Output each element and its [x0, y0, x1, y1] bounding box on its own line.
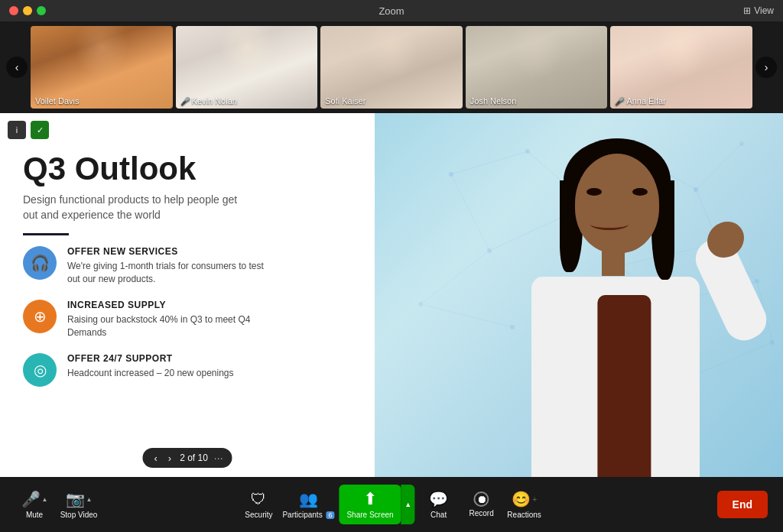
- view-button[interactable]: ⊞ View: [743, 5, 774, 16]
- participant-thumb-2[interactable]: 🎤 Kevin Nolan: [176, 26, 318, 109]
- share-screen-button[interactable]: ⬆ Share Screen: [339, 485, 401, 524]
- slide-item-text-2: INCREASED SUPPLY Raising our backstock 4…: [67, 300, 266, 339]
- end-button[interactable]: End: [717, 491, 768, 518]
- mute-label: Mute: [26, 511, 43, 519]
- layers-icon: ⊕: [34, 307, 47, 326]
- record-label: Record: [469, 509, 493, 517]
- slide-toolbar: i ✓: [8, 121, 49, 139]
- info-icon: i: [16, 125, 18, 135]
- record-button[interactable]: ⏺ Record: [463, 491, 501, 517]
- slide-item-2: ⊕ INCREASED SUPPLY Raising our backstock…: [23, 300, 352, 339]
- record-icon: ⏺: [474, 491, 489, 507]
- slide-item-text-3: OFFER 24/7 SUPPORT Headcount increased –…: [67, 353, 234, 380]
- slide-title: Q3 Outlook: [23, 151, 352, 187]
- stop-video-label: Stop Video: [60, 511, 98, 519]
- window-controls: [9, 6, 46, 15]
- participant-thumb-4[interactable]: Josh Nelson: [466, 26, 608, 109]
- slide-item-icon-2: ⊕: [23, 300, 57, 333]
- slide-area: i ✓ Q3 Outlook Design functional product…: [0, 113, 375, 477]
- share-icon: ⬆: [363, 489, 377, 508]
- slide-item-icon-1: 🎧: [23, 246, 57, 280]
- slide-item-text-1: OFFER NEW SERVICES We're giving 1-month …: [67, 246, 266, 286]
- chevron-up-icon: ▲: [404, 501, 411, 508]
- slide-item-desc-3: Headcount increased – 20 new openings: [67, 367, 234, 380]
- slide-item-title-2: INCREASED SUPPLY: [67, 300, 266, 310]
- slide-item-3: ◎ OFFER 24/7 SUPPORT Headcount increased…: [23, 353, 352, 387]
- mute-button[interactable]: 🎤 ▲ Mute: [15, 490, 54, 519]
- strip-next-button[interactable]: ›: [755, 57, 777, 78]
- participants-count: 6: [326, 511, 334, 519]
- video-caret[interactable]: ▲: [86, 496, 93, 503]
- main-content: i ✓ Q3 Outlook Design functional product…: [0, 113, 783, 477]
- slide-item-desc-2: Raising our backstock 40% in Q3 to meet …: [67, 313, 266, 339]
- grid-icon: ⊞: [743, 5, 751, 16]
- titlebar: Zoom ⊞ View: [0, 0, 783, 21]
- strip-prev-button[interactable]: ‹: [6, 57, 28, 78]
- toolbar: 🎤 ▲ Mute 📷 ▲ Stop Video 🛡 Security 👥: [0, 477, 783, 532]
- chat-label: Chat: [430, 511, 447, 519]
- slide-item-title-3: OFFER 24/7 SUPPORT: [67, 353, 234, 364]
- participants-strip: ‹ Voilet Davis 🎤 Kevin Nolan Sofi Kaiser…: [0, 21, 783, 113]
- participant-name-5: 🎤 Anna Elfar: [615, 96, 665, 105]
- camera-icon: 📷: [66, 490, 85, 508]
- participant-name-3: Sofi Kaiser: [325, 96, 366, 105]
- stop-video-button[interactable]: 📷 ▲ Stop Video: [60, 490, 98, 519]
- reactions-label: Reactions: [507, 511, 541, 519]
- slide-subtitle: Design functional products to help peopl…: [23, 193, 252, 222]
- check-icon: ✓: [37, 125, 44, 135]
- people-icon: 👥: [299, 490, 318, 508]
- slide-prev-button[interactable]: ‹: [151, 453, 159, 464]
- minimize-button[interactable]: [23, 6, 32, 15]
- slide-item-title-1: OFFER NEW SERVICES: [67, 246, 266, 257]
- info-icon-btn[interactable]: i: [8, 121, 26, 139]
- participant-name-2: 🎤 Kevin Nolan: [180, 96, 237, 105]
- security-label: Security: [245, 511, 272, 519]
- slide-item-desc-1: We're giving 1-month trials for consumer…: [67, 260, 266, 286]
- app-title: Zoom: [379, 5, 404, 17]
- participants-button[interactable]: 👥 Participants 6: [282, 490, 334, 519]
- toolbar-center: 🛡 Security 👥 Participants 6 ⬆ Share Scre…: [239, 485, 543, 524]
- slide-more-button[interactable]: ···: [214, 452, 223, 464]
- close-button[interactable]: [9, 6, 18, 15]
- toolbar-left: 🎤 ▲ Mute 📷 ▲ Stop Video: [15, 490, 98, 519]
- slide-next-button[interactable]: ›: [166, 453, 174, 464]
- fullscreen-button[interactable]: [37, 6, 46, 15]
- video-area: [375, 113, 783, 477]
- share-screen-caret[interactable]: ▲: [401, 485, 415, 524]
- slide-page-info: 2 of 10: [180, 453, 208, 463]
- presenter-video: [454, 113, 760, 477]
- slide-item-1: 🎧 OFFER NEW SERVICES We're giving 1-mont…: [23, 246, 352, 286]
- slide-nav[interactable]: ‹ › 2 of 10 ···: [142, 448, 232, 468]
- participant-name-4: Josh Nelson: [470, 96, 517, 105]
- slide-divider: [23, 233, 69, 235]
- mute-caret[interactable]: ▲: [42, 496, 48, 503]
- headphones-icon: 🎧: [31, 254, 50, 272]
- participant-thumb-3[interactable]: Sofi Kaiser: [320, 26, 463, 109]
- participant-thumb-1[interactable]: Voilet Davis: [31, 26, 173, 109]
- reactions-button[interactable]: 😊 + Reactions: [505, 490, 544, 519]
- toolbar-right: End: [717, 491, 768, 518]
- participant-name-1: Voilet Davis: [35, 96, 79, 105]
- participants-label: Participants 6: [282, 511, 334, 519]
- share-screen-group: ⬆ Share Screen ▲: [339, 485, 414, 524]
- share-screen-label: Share Screen: [346, 511, 393, 519]
- participant-thumb-5[interactable]: 🎤 Anna Elfar: [610, 26, 752, 109]
- reactions-icon: 😊: [512, 490, 531, 508]
- security-button[interactable]: 🛡 Security: [239, 491, 278, 519]
- chat-icon: 💬: [429, 490, 448, 508]
- support-icon: ◎: [34, 361, 47, 379]
- shield-icon: 🛡: [251, 491, 266, 508]
- slide-item-icon-3: ◎: [23, 353, 57, 387]
- chat-button[interactable]: 💬 Chat: [420, 490, 458, 519]
- check-icon-btn[interactable]: ✓: [31, 121, 49, 139]
- microphone-icon: 🎤: [21, 490, 41, 508]
